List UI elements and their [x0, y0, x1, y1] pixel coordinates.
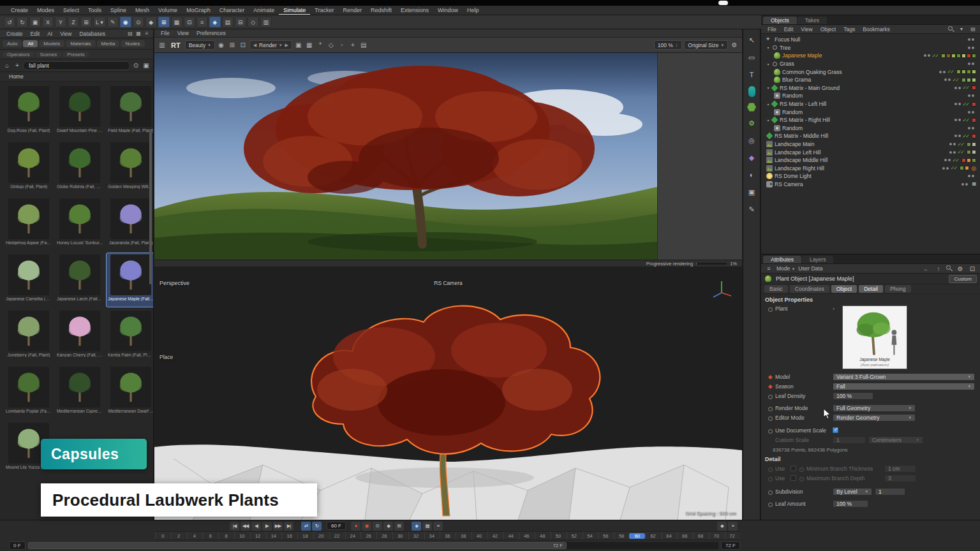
timeline-frame[interactable]: 2	[171, 533, 187, 539]
timeline-frame[interactable]: 46	[519, 533, 535, 539]
lock-icon[interactable]: ▣	[142, 61, 151, 70]
timeline-frame[interactable]: 56	[598, 533, 614, 539]
grid-icon[interactable]: ⊞	[228, 41, 237, 50]
mode-toolbar-icon[interactable]: T	[746, 69, 757, 80]
asset-item[interactable]: Mediterranean Dwarf ...	[106, 365, 153, 420]
material-chip[interactable]	[956, 54, 961, 58]
object-row[interactable]: ▾ RS Dome Light ✓✓ ◎ ⊠	[761, 172, 980, 180]
timeline-frame[interactable]: 70	[708, 533, 724, 539]
record-button[interactable]: ●	[351, 522, 360, 531]
rt-toggle[interactable]: RT	[168, 41, 183, 49]
section-tab[interactable]: Phong	[885, 285, 911, 293]
mode-toolbar-icon[interactable]: ↖	[746, 34, 757, 46]
visibility-dots[interactable]	[949, 143, 956, 145]
material-chip[interactable]	[972, 118, 976, 122]
timeline-frame[interactable]: 26	[360, 533, 376, 539]
visibility-dots[interactable]	[968, 38, 974, 41]
asset-filter-button[interactable]: Models	[39, 40, 64, 47]
asset-filter-button[interactable]: Materials	[66, 40, 95, 47]
toolbar-button[interactable]: ≡	[197, 17, 208, 27]
object-label[interactable]: RS Matrix - Left Hill	[780, 101, 826, 107]
object-label[interactable]: Random	[782, 92, 803, 99]
enable-checks[interactable]: ✓✓	[953, 77, 960, 83]
asset-browser-menu-item[interactable]: AI	[43, 31, 56, 37]
mode-toolbar-icon[interactable]	[747, 103, 756, 112]
menu-item[interactable]: Create	[6, 6, 33, 15]
timeline-right-button[interactable]: ≡	[728, 522, 738, 531]
mode-toolbar-icon[interactable]: ▭	[746, 52, 757, 63]
menu-item[interactable]: Tools	[84, 6, 106, 15]
enable-checks[interactable]: ✓✓	[963, 85, 970, 91]
menu-item[interactable]: Modes	[33, 6, 59, 15]
mode-toolbar-icon[interactable]: ◐	[746, 169, 757, 180]
mode-toolbar-icon[interactable]: ▣	[746, 186, 757, 198]
mode-toolbar-icon[interactable]	[748, 86, 755, 97]
material-chip[interactable]	[972, 54, 976, 58]
expand-arrow-icon[interactable]: ▾	[766, 62, 771, 66]
pass-dropdown[interactable]: Beauty▾	[185, 40, 215, 50]
asset-browser-menu-item[interactable]: View	[56, 31, 75, 37]
render-history-nav[interactable]: ◀Render▾▶	[249, 40, 292, 50]
asset-item[interactable]: Dwarf Mountain Pine (...	[55, 84, 105, 139]
object-row[interactable]: ▾ Landscape Main ✓✓ ◎ ⊠	[761, 140, 980, 149]
material-chip[interactable]	[972, 142, 976, 147]
menu-item[interactable]: Render	[338, 6, 366, 15]
loop-button[interactable]: ↻	[312, 522, 322, 531]
visibility-dots[interactable]	[954, 135, 961, 137]
toolbar-button[interactable]: ◇	[248, 17, 259, 27]
object-row[interactable]: ▾ Tree ✓✓ ◎ ⊠	[761, 44, 980, 52]
editor-mode-dropdown[interactable]: Render Geometry▾	[833, 414, 916, 422]
timeline-frame[interactable]: 24	[345, 533, 360, 539]
visibility-dots[interactable]	[961, 183, 968, 186]
object-row[interactable]: ▾ Landscape Middle Hill ✓✓ ◎ ⊠	[761, 156, 980, 165]
enable-checks[interactable]: ✓✓	[953, 158, 960, 163]
material-chip[interactable]	[972, 78, 976, 82]
plus-icon[interactable]: +	[348, 41, 357, 50]
search-icon[interactable]	[948, 26, 954, 33]
mode-toolbar-icon[interactable]: ✎	[746, 203, 757, 215]
object-row[interactable]: ▾ Landscape Left Hill ✓✓ ◎ ⊠	[761, 148, 980, 156]
toolbar-button[interactable]: ▦	[171, 17, 182, 27]
toolbar-button[interactable]: L ▾	[93, 17, 106, 27]
anim-dot-icon[interactable]	[768, 490, 773, 495]
transport-button[interactable]: ◀	[251, 522, 261, 531]
object-label[interactable]: Landscape Main	[775, 141, 814, 147]
anim-dot-icon[interactable]	[768, 307, 773, 312]
asset-item[interactable]: Japanese Maple (Fall, ...	[106, 253, 153, 307]
mode-toolbar-icon[interactable]: ◎	[746, 135, 757, 146]
asset-subfilter-button[interactable]: Operators	[3, 52, 34, 57]
transport-button[interactable]: ▶|	[284, 522, 293, 531]
timeline-right-button[interactable]: ◆	[717, 522, 727, 531]
timeline-frame[interactable]: 12	[250, 533, 266, 539]
visibility-dots[interactable]	[954, 103, 961, 105]
subdivision-level-field[interactable]: 1	[875, 488, 905, 496]
asset-browser-menu-item[interactable]: Edit	[27, 31, 44, 37]
visibility-dots[interactable]	[939, 71, 946, 73]
timeline-frame[interactable]: 30	[392, 533, 408, 539]
panel-tab[interactable]: Takes	[798, 17, 827, 24]
keyframe-diamond-icon[interactable]	[768, 385, 773, 390]
anim-dot-icon[interactable]	[768, 502, 773, 507]
timeline-frame[interactable]: 40	[471, 533, 487, 539]
expand-arrow-icon[interactable]: ▾	[766, 102, 771, 107]
active-camera-icon[interactable]: ⊠	[972, 181, 976, 187]
record-button[interactable]: ◆	[383, 522, 393, 531]
menu-item[interactable]: Volume	[154, 6, 182, 15]
pixel-grid-icon[interactable]: ▦	[305, 41, 314, 50]
asset-browser-menu-item[interactable]: Create	[3, 31, 27, 37]
anim-dot-icon[interactable]	[799, 476, 804, 481]
menu-item[interactable]: Extensions	[396, 6, 433, 15]
material-chip[interactable]	[960, 166, 964, 170]
object-row[interactable]: ▾ RS Matrix - Main Ground ✓✓ ◎ ⊠	[761, 84, 980, 92]
object-label[interactable]: RS Matrix - Main Ground	[780, 85, 840, 91]
viewport[interactable]: Perspective RS Camera Place Grid Spacing…	[154, 267, 742, 520]
back-arrow-icon[interactable]: ←	[922, 264, 931, 273]
asset-filter-button[interactable]: All	[23, 40, 38, 47]
object-label[interactable]: Grass	[780, 61, 794, 67]
timeline-frame[interactable]: 8	[218, 533, 234, 539]
asset-item[interactable]: Japanese Larch (Fall, Pl...	[55, 253, 105, 307]
scrollbar[interactable]	[149, 131, 152, 284]
toolbar-button[interactable]: ⊞	[80, 17, 92, 27]
visibility-dots[interactable]	[944, 159, 951, 161]
snapshot-icon[interactable]: *	[316, 41, 325, 50]
